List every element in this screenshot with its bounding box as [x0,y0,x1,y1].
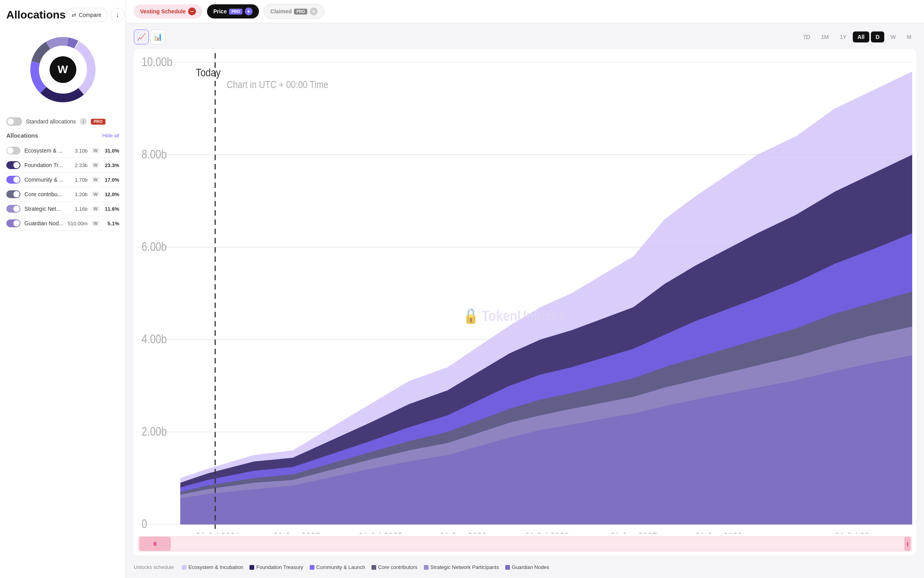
alloc-w-badge-foundation: W [92,162,100,168]
alloc-item-core: Core contribu... 1.20b W 12.0% [6,187,119,202]
allocations-heading: Allocations [6,132,38,139]
legend-color-dot [310,565,314,570]
price-pro-tag: PRO [229,9,242,15]
svg-text:01 Jan 2025: 01 Jan 2025 [273,531,320,534]
download-button[interactable]: ↓ [111,8,125,22]
chart-type-buttons: 📈 📊 [134,29,165,44]
alloc-toggle-guardian[interactable] [6,219,20,227]
alloc-value-ecosystem: 3.10b [75,148,88,154]
alloc-name-ecosystem: Ecosystem & ... [24,147,71,154]
svg-text:01 Jan 2026: 01 Jan 2026 [440,531,487,534]
top-nav: Vesting Schedule − Price PRO + Claimed P… [126,0,924,23]
alloc-item-guardian: Guardian Nod... 510.00m W 5.1% [6,216,119,231]
area-chart-button[interactable]: 📈 [134,29,149,44]
svg-text:01 Jul 20...: 01 Jul 20... [835,531,876,534]
alloc-w-badge-core: W [92,191,100,197]
range-handle-right[interactable]: ‖ [904,537,911,551]
time-1y-button[interactable]: 1Y [835,31,851,42]
hide-all-button[interactable]: Hide all [102,133,119,138]
donut-chart-container: W [6,28,119,111]
allocations-header: Allocations Hide all [6,132,119,139]
svg-text:2.00b: 2.00b [142,425,167,438]
standard-allocations-toggle-row: Standard allocations i PRO [6,117,119,126]
svg-text:6.00b: 6.00b [142,240,167,254]
legend-color-dot [371,565,376,570]
range-selector[interactable]: ⏸ ‖ [138,536,912,552]
legend-label: Strategic Network Participants [431,564,499,570]
price-plus-icon: + [245,7,253,15]
compare-button[interactable]: ⇄ Compare [66,8,107,22]
alloc-value-foundation: 2.33b [75,162,88,168]
standard-allocations-toggle[interactable] [6,117,22,126]
alloc-pct-foundation: 23.3% [103,162,119,168]
time-m-button[interactable]: M [902,31,916,42]
alloc-toggle-ecosystem[interactable] [6,147,20,155]
main-content: Vesting Schedule − Price PRO + Claimed P… [126,0,924,578]
pro-badge: PRO [91,119,105,125]
claimed-label: Claimed [270,8,292,15]
download-icon: ↓ [116,11,119,18]
svg-text:01 Jul 2024: 01 Jul 2024 [196,531,240,534]
legend-label: Foundation Treasury [256,564,303,570]
legend-item: Ecosystem & Incubation [182,564,243,570]
alloc-toggle-community[interactable] [6,176,20,184]
legend-items: Ecosystem & Incubation Foundation Treasu… [182,564,549,570]
time-w-button[interactable]: W [886,31,900,42]
alloc-pct-community: 17.0% [103,177,119,183]
token-logo: W [50,56,76,83]
alloc-pct-core: 12.0% [103,191,119,197]
svg-text:🔒 TokenUnlocks.: 🔒 TokenUnlocks. [463,307,569,325]
legend-color-dot [249,565,254,570]
alloc-value-guardian: 510.00m [68,221,88,226]
price-button[interactable]: Price PRO + [207,4,259,18]
svg-text:10.00b: 10.00b [142,55,172,69]
alloc-w-badge-guardian: W [92,221,100,226]
bar-chart-button[interactable]: 📊 [150,29,165,44]
time-7d-button[interactable]: 7D [798,31,815,42]
time-range-buttons: 7D 1M 1Y All D W M [798,31,916,42]
alloc-toggle-strategic[interactable] [6,205,20,213]
donut-chart: W [26,32,100,107]
time-1m-button[interactable]: 1M [817,31,833,42]
legend-label: Core contributors [378,564,418,570]
compare-icon: ⇄ [72,12,76,18]
sidebar-header: Allocations ⇄ Compare ↓ [6,8,119,22]
legend-label: Guardian Nodes [512,564,549,570]
legend-item: Strategic Network Participants [424,564,499,570]
svg-text:Today: Today [196,66,221,79]
claimed-button[interactable]: Claimed PRO + [264,4,324,19]
alloc-item-foundation: Foundation Tr... 2.33b W 23.3% [6,158,119,173]
allocations-section: Allocations Hide all Ecosystem & ... 3.1… [6,132,119,231]
alloc-pct-ecosystem: 31.0% [103,148,119,154]
alloc-toggle-foundation[interactable] [6,161,20,169]
allocations-list: Ecosystem & ... 3.10b W 31.0% Foundation… [6,144,119,231]
standard-allocations-label: Standard allocations [26,118,76,125]
svg-text:01 Jul 2025: 01 Jul 2025 [359,531,403,534]
alloc-w-badge-strategic: W [92,206,100,212]
alloc-item-ecosystem: Ecosystem & ... 3.10b W 31.0% [6,144,119,158]
alloc-pct-guardian: 5.1% [103,221,119,226]
alloc-toggle-core[interactable] [6,190,20,198]
svg-text:8.00b: 8.00b [142,147,167,161]
time-d-button[interactable]: D [871,31,884,42]
sidebar-actions: ⇄ Compare ↓ [66,8,125,22]
legend-label: Ecosystem & Incubation [188,564,243,570]
alloc-name-foundation: Foundation Tr... [24,162,71,168]
chart-toolbar: 📈 📊 7D 1M 1Y All D W M [134,29,916,44]
alloc-name-strategic: Strategic Net... [24,206,71,212]
alloc-w-badge-ecosystem: W [92,148,100,153]
alloc-w-badge-community: W [92,177,100,182]
legend-item: Community & Launch [310,564,365,570]
info-icon[interactable]: i [80,118,87,125]
svg-text:4.00b: 4.00b [142,332,167,346]
legend-color-dot [505,565,510,570]
chart-area: 📈 📊 7D 1M 1Y All D W M [126,23,924,578]
range-handle-left[interactable]: ⏸ [139,537,171,551]
vesting-schedule-button[interactable]: Vesting Schedule − [134,4,202,18]
time-all-button[interactable]: All [853,31,869,42]
page-title: Allocations [6,9,66,21]
svg-text:0: 0 [142,517,147,531]
alloc-item-community: Community & ... 1.70b W 17.0% [6,173,119,187]
unlock-schedule-label: Unlocks schedule [134,564,174,570]
svg-text:01 Jul 2026: 01 Jul 2026 [525,531,569,534]
